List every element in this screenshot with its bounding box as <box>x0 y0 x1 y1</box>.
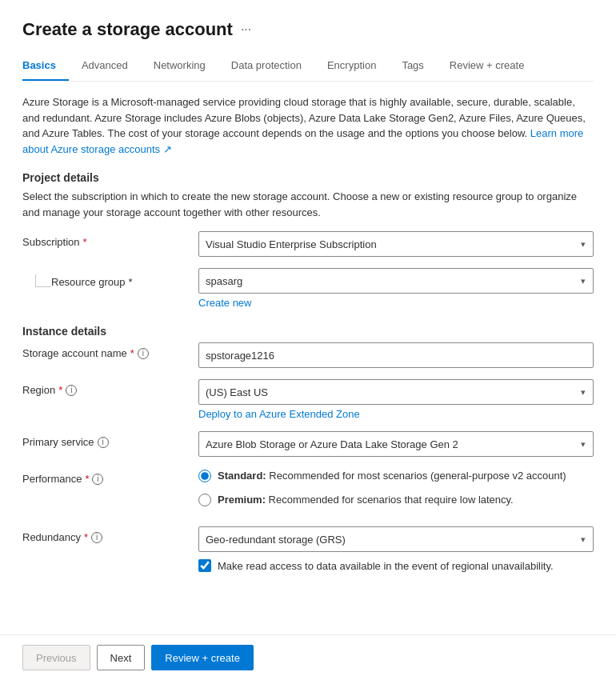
resource-group-row: Resource group * spasarg ▾ Create new <box>22 268 594 309</box>
redundancy-checkbox-row: Make read access to data available in th… <box>198 558 594 574</box>
tab-review-create[interactable]: Review + create <box>450 53 538 81</box>
subscription-control: Visual Studio Enterprise Subscription ▾ <box>198 231 594 257</box>
performance-standard-label: Standard: Recommended for most scenarios… <box>218 468 566 484</box>
tab-tags[interactable]: Tags <box>402 53 436 81</box>
project-details-header: Project details <box>22 171 594 184</box>
performance-premium-radio[interactable] <box>198 494 211 506</box>
main-content: Create a storage account ··· Basics Adva… <box>0 0 616 634</box>
page-header: Create a storage account ··· <box>22 19 594 40</box>
subscription-select-wrap: Visual Studio Enterprise Subscription ▾ <box>198 231 594 257</box>
resource-group-control: spasarg ▾ Create new <box>198 268 594 309</box>
performance-info-icon[interactable]: i <box>92 474 103 485</box>
primary-service-info-icon[interactable]: i <box>98 437 109 448</box>
region-select-wrap: (US) East US ▾ <box>198 379 594 405</box>
tab-basics[interactable]: Basics <box>22 53 69 81</box>
resource-group-select[interactable]: spasarg <box>198 268 594 294</box>
next-button[interactable]: Next <box>97 645 146 670</box>
project-details-desc: Select the subscription in which to crea… <box>22 189 594 220</box>
instance-details-header: Instance details <box>22 325 594 338</box>
performance-row: Performance * i Standard: Recommended fo… <box>22 468 594 515</box>
required-marker-perf: * <box>85 473 89 485</box>
required-marker-sn: * <box>130 347 134 359</box>
tabs-bar: Basics Advanced Networking Data protecti… <box>22 53 594 82</box>
subscription-select[interactable]: Visual Studio Enterprise Subscription <box>198 231 594 257</box>
create-new-link[interactable]: Create new <box>198 297 251 309</box>
tab-data-protection[interactable]: Data protection <box>231 53 314 81</box>
region-row: Region * i (US) East US ▾ Deploy to an A… <box>22 379 594 420</box>
page-title: Create a storage account <box>22 19 233 40</box>
deploy-extended-zone-link[interactable]: Deploy to an Azure Extended Zone <box>198 408 360 420</box>
storage-name-input[interactable] <box>198 342 594 368</box>
redundancy-label: Redundancy * i <box>22 526 198 543</box>
primary-service-select[interactable]: Azure Blob Storage or Azure Data Lake St… <box>198 431 594 457</box>
region-label: Region * i <box>22 379 198 396</box>
primary-service-label: Primary service i <box>22 431 198 448</box>
storage-name-row: Storage account name * i <box>22 342 594 368</box>
tab-advanced[interactable]: Advanced <box>82 53 141 81</box>
redundancy-control: Geo-redundant storage (GRS) ▾ Make read … <box>198 526 594 574</box>
performance-label: Performance * i <box>22 468 198 485</box>
storage-name-info-icon[interactable]: i <box>138 348 149 359</box>
read-access-checkbox[interactable] <box>198 559 211 572</box>
tab-encryption[interactable]: Encryption <box>327 53 389 81</box>
region-control: (US) East US ▾ Deploy to an Azure Extend… <box>198 379 594 420</box>
required-marker-region: * <box>58 384 62 396</box>
redundancy-row: Redundancy * i Geo-redundant storage (GR… <box>22 526 594 574</box>
page-container: Create a storage account ··· Basics Adva… <box>0 0 616 680</box>
required-marker-red: * <box>84 531 88 543</box>
region-info-icon[interactable]: i <box>66 385 77 396</box>
performance-premium-option[interactable]: Premium: Recommended for scenarios that … <box>198 492 594 508</box>
performance-control: Standard: Recommended for most scenarios… <box>198 468 594 515</box>
performance-standard-radio[interactable] <box>198 470 211 482</box>
ellipsis-menu-icon[interactable]: ··· <box>241 22 251 37</box>
redundancy-info-icon[interactable]: i <box>91 532 102 543</box>
redundancy-select-wrap: Geo-redundant storage (GRS) ▾ <box>198 526 594 552</box>
region-select[interactable]: (US) East US <box>198 379 594 405</box>
resource-group-label: Resource group * <box>51 273 133 288</box>
review-create-button[interactable]: Review + create <box>151 645 254 670</box>
subscription-row: Subscription * Visual Studio Enterprise … <box>22 231 594 257</box>
primary-service-select-wrap: Azure Blob Storage or Azure Data Lake St… <box>198 431 594 457</box>
primary-service-control: Azure Blob Storage or Azure Data Lake St… <box>198 431 594 457</box>
description-text: Azure Storage is a Microsoft-managed ser… <box>22 94 594 157</box>
performance-premium-label: Premium: Recommended for scenarios that … <box>218 492 514 508</box>
tab-networking[interactable]: Networking <box>154 53 218 81</box>
storage-name-control <box>198 342 594 368</box>
required-marker: * <box>83 236 87 248</box>
resource-group-select-wrap: spasarg ▾ <box>198 268 594 294</box>
subscription-label: Subscription * <box>22 231 198 248</box>
read-access-label: Make read access to data available in th… <box>218 558 554 574</box>
indent-line <box>35 274 51 287</box>
previous-button[interactable]: Previous <box>22 645 90 670</box>
performance-standard-option[interactable]: Standard: Recommended for most scenarios… <box>198 468 594 484</box>
redundancy-select[interactable]: Geo-redundant storage (GRS) <box>198 526 594 552</box>
storage-name-label: Storage account name * i <box>22 342 198 359</box>
required-marker-rg: * <box>129 276 133 288</box>
indent-wrap: Resource group * <box>22 268 198 288</box>
footer-bar: Previous Next Review + create <box>0 634 616 680</box>
primary-service-row: Primary service i Azure Blob Storage or … <box>22 431 594 457</box>
external-link-icon: ↗ <box>163 143 172 155</box>
